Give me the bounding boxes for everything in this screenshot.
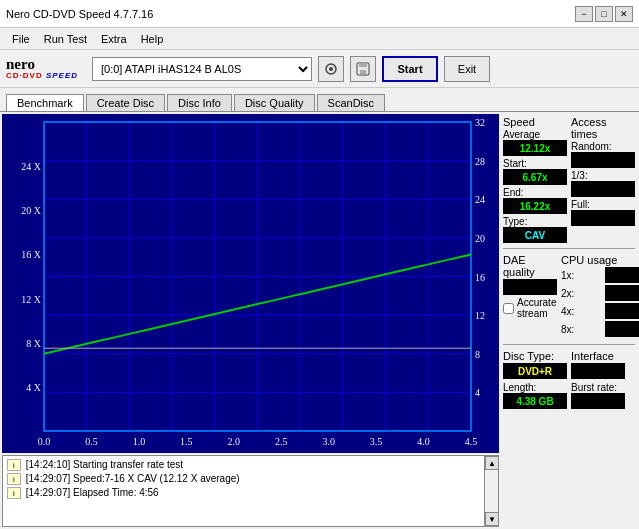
divider-1 [503,248,635,249]
divider-2 [503,344,635,345]
right-panel: Speed Average 12.12x Start: 6.67x End: 1… [499,112,639,529]
dae-cpu-section: DAE quality Accuratestream CPU usage 1x:… [503,254,635,339]
tab-disc-info[interactable]: Disc Info [167,94,232,111]
chart-log-container: i [14:24:10] Starting transfer rate test… [0,112,639,529]
dae-title: DAE quality [503,254,557,278]
menu-bar: File Run Test Extra Help [0,28,639,50]
interface-label: Interface [571,350,635,362]
full-label: Full: [571,199,635,210]
chart-box [2,114,499,453]
type-value: CAV [503,227,567,243]
tab-disc-quality[interactable]: Disc Quality [234,94,315,111]
menu-file[interactable]: File [6,32,36,46]
cpu-4x-value [605,303,639,319]
one-third-label: 1/3: [571,170,635,181]
disc-section: Disc Type: DVD+R Length: 4.38 GB Interfa… [503,350,635,409]
accurate-stream-checkbox[interactable] [503,303,514,314]
tab-benchmark[interactable]: Benchmark [6,94,84,111]
svg-point-1 [329,67,333,71]
start-label: Start: [503,158,567,169]
title-bar: Nero CD-DVD Speed 4.7.7.16 − □ ✕ [0,0,639,28]
log-content: i [14:24:10] Starting transfer rate test… [3,456,484,526]
title-text: Nero CD-DVD Speed 4.7.7.16 [6,8,153,20]
start-value: 6.67x [503,169,567,185]
log-icon-2: i [7,473,21,485]
type-label: Type: [503,216,567,227]
one-third-value [571,181,635,197]
svg-rect-3 [359,63,367,67]
toolbar: nero CD·DVD SPEED [0:0] ATAPI iHAS124 B … [0,50,639,88]
log-line-3: i [14:29:07] Elapsed Time: 4:56 [7,486,480,500]
main-wrapper: i [14:24:10] Starting transfer rate test… [0,112,639,529]
cpu-8x-value [605,321,639,337]
burst-label: Burst rate: [571,382,635,393]
cpu-4x-label: 4x: [561,306,605,317]
log-scrollbar: ▲ ▼ [484,456,498,526]
average-label: Average [503,129,567,140]
chart-canvas [2,114,499,453]
minimize-btn[interactable]: − [575,6,593,22]
cdspeed-logo: CD·DVD SPEED [6,72,78,81]
burst-value [571,393,625,409]
start-button[interactable]: Start [382,56,438,82]
close-btn[interactable]: ✕ [615,6,633,22]
log-line-2: i [14:29:07] Speed:7-16 X CAV (12.12 X a… [7,472,480,486]
log-icon-3: i [7,487,21,499]
access-title: Access times [571,116,635,140]
scroll-up-arrow[interactable]: ▲ [485,456,499,470]
cpu-1x-label: 1x: [561,270,605,281]
save-icon-btn[interactable] [350,56,376,82]
window-controls: − □ ✕ [575,6,633,22]
svg-rect-4 [360,70,366,74]
length-label: Length: [503,382,567,393]
tab-create-disc[interactable]: Create Disc [86,94,165,111]
tab-scan-disc[interactable]: ScanDisc [317,94,385,111]
menu-extra[interactable]: Extra [95,32,133,46]
cpu-2x-label: 2x: [561,288,605,299]
cpu-1x-value [605,267,639,283]
menu-help[interactable]: Help [135,32,170,46]
interface-value [571,363,625,379]
disc-type-title: Disc Type: [503,350,567,362]
tabs: Benchmark Create Disc Disc Info Disc Qua… [0,88,639,112]
scroll-track [485,470,498,512]
scroll-down-arrow[interactable]: ▼ [485,512,499,526]
drive-dropdown[interactable]: [0:0] ATAPI iHAS124 B AL0S [92,57,312,81]
menu-run-test[interactable]: Run Test [38,32,93,46]
accurate-stream-row: Accuratestream [503,297,557,319]
random-label: Random: [571,141,635,152]
log-icon-1: i [7,459,21,471]
log-box: i [14:24:10] Starting transfer rate test… [2,455,499,527]
accurate-stream-label: Accuratestream [517,297,556,319]
full-value [571,210,635,226]
speed-section: Speed Average 12.12x Start: 6.67x End: 1… [503,116,635,243]
speed-title: Speed [503,116,567,128]
nero-logo: nero [6,56,78,73]
chart-wrapper: i [14:24:10] Starting transfer rate test… [2,114,499,527]
logo-area: nero CD·DVD SPEED [6,56,78,81]
disc-type-value: DVD+R [503,363,567,379]
average-value: 12.12x [503,140,567,156]
cpu-8x-label: 8x: [561,324,605,335]
end-label: End: [503,187,567,198]
options-icon-btn[interactable] [318,56,344,82]
exit-button[interactable]: Exit [444,56,490,82]
cpu-2x-value [605,285,639,301]
random-value [571,152,635,168]
cpu-title: CPU usage [561,254,639,266]
dae-value [503,279,557,295]
maximize-btn[interactable]: □ [595,6,613,22]
length-value: 4.38 GB [503,393,567,409]
log-line-1: i [14:24:10] Starting transfer rate test [7,458,480,472]
end-value: 16.22x [503,198,567,214]
